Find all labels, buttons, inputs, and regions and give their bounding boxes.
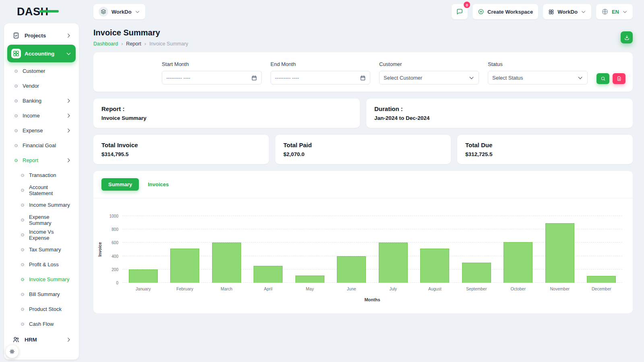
dot-icon <box>20 292 25 297</box>
invoice-bar[interactable] <box>504 242 533 283</box>
breadcrumb-dashboard-link[interactable]: Dashboard <box>93 41 118 47</box>
sidebar-item-label: Transaction <box>29 172 56 178</box>
invoice-bar[interactable] <box>545 223 574 283</box>
invoice-bar[interactable] <box>212 243 241 283</box>
sidebar-item-account-statement[interactable]: Account Statement <box>7 183 76 197</box>
topbar-actions: 0 Create Workspace WorkDo EN <box>452 4 633 19</box>
chat-icon <box>456 8 463 15</box>
sidebar-item-expense[interactable]: Expense <box>7 123 76 138</box>
tab-summary[interactable]: Summary <box>101 178 139 191</box>
customer-select[interactable]: Select Customer <box>379 71 479 84</box>
sidebar-item-projects[interactable]: Projects <box>7 27 76 43</box>
status-field: Status Select Status <box>488 61 588 84</box>
dot-icon <box>14 128 19 133</box>
page-content: Start Month --------- ---- End Month ---… <box>93 52 633 313</box>
create-workspace-label: Create Workspace <box>487 9 533 15</box>
total-card-label: Total Paid <box>283 142 443 148</box>
sidebar-nav: ProjectsAccountingCustomerVendorBankingI… <box>4 23 79 360</box>
sidebar-item-expense-summary[interactable]: Expense Summary <box>7 212 76 227</box>
language-label: EN <box>612 9 619 15</box>
y-tick-label: 400 <box>111 254 118 258</box>
messages-button[interactable]: 0 <box>452 4 468 19</box>
dot-icon <box>20 277 25 282</box>
invoice-bar[interactable] <box>170 249 199 283</box>
sidebar-item-banking[interactable]: Banking <box>7 93 76 108</box>
users-icon <box>11 335 21 344</box>
start-month-placeholder: --------- ---- <box>166 75 190 81</box>
dot-icon <box>20 322 25 327</box>
create-workspace-button[interactable]: Create Workspace <box>473 4 538 19</box>
invoice-bar[interactable] <box>254 266 283 283</box>
sidebar-item-product-stock[interactable]: Product Stock <box>7 302 76 317</box>
workspace-switcher[interactable]: WorkDo <box>93 4 145 19</box>
language-selector[interactable]: EN <box>596 4 633 19</box>
bar-column <box>372 243 414 283</box>
search-button[interactable] <box>597 73 609 84</box>
bar-column <box>289 276 331 283</box>
sidebar-item-income-vs-expense[interactable]: Income Vs Expense <box>7 227 76 242</box>
bar-column <box>414 249 456 283</box>
chevron-down-icon <box>577 75 583 81</box>
x-tick-label: March <box>206 286 248 291</box>
plus-circle-icon <box>478 8 484 15</box>
invoice-bar[interactable] <box>337 256 366 283</box>
sidebar-item-profit-loss[interactable]: Profit & Loss <box>7 257 76 272</box>
sidebar-item-cash-flow[interactable]: Cash Flow <box>7 317 76 331</box>
sidebar-item-customer[interactable]: Customer <box>7 64 76 78</box>
start-month-input[interactable]: --------- ---- <box>162 71 262 84</box>
sidebar-item-label: Expense <box>23 128 43 134</box>
reset-button[interactable] <box>613 73 625 84</box>
app-logo[interactable]: DASH <box>0 0 84 23</box>
sidebar-item-financial-goal[interactable]: Financial Goal <box>7 138 76 153</box>
x-tick-label: May <box>289 286 331 291</box>
invoice-bar[interactable] <box>295 276 324 283</box>
sidebar-item-label: Product Stock <box>29 306 62 312</box>
sidebar-item-bill-summary[interactable]: Bill Summary <box>7 287 76 302</box>
total-card-value: $2,070.0 <box>283 151 443 157</box>
invoice-bar[interactable] <box>587 276 616 283</box>
invoice-bar[interactable] <box>129 269 158 283</box>
sidebar-item-label: Income Vs Expense <box>29 229 72 241</box>
sidebar-item-accounting[interactable]: Accounting <box>7 45 76 62</box>
chevron-down-icon <box>581 9 586 14</box>
bar-column <box>581 276 623 283</box>
sidebar-item-invoice-summary[interactable]: Invoice Summary <box>7 272 76 287</box>
sidebar-item-hrm[interactable]: HRM <box>7 331 76 348</box>
calendar-icon <box>251 75 257 81</box>
status-select[interactable]: Select Status <box>488 71 588 84</box>
sidebar-item-income[interactable]: Income <box>7 108 76 123</box>
invoice-bar[interactable] <box>420 249 449 283</box>
dot-icon <box>14 99 19 103</box>
x-tick-label: November <box>539 286 581 291</box>
x-tick-label: January <box>122 286 164 291</box>
chevron-right-icon <box>66 33 72 39</box>
bar-column <box>497 242 539 283</box>
end-month-input[interactable]: --------- ---- <box>270 71 370 84</box>
bar-column <box>206 243 248 283</box>
chevron-right-icon <box>66 337 72 343</box>
clipboard-icon <box>11 31 21 40</box>
bar-column <box>248 266 289 283</box>
sidebar-item-report[interactable]: Report <box>7 153 76 168</box>
dot-icon <box>20 247 25 252</box>
grid-icon <box>11 49 21 58</box>
download-button[interactable] <box>621 31 633 43</box>
settings-fab[interactable] <box>6 345 19 358</box>
sidebar-item-label: Financial Goal <box>23 142 56 148</box>
duration-card-label: Duration : <box>374 105 625 112</box>
invoice-bar[interactable] <box>462 263 491 283</box>
chevron-right-icon <box>66 98 72 104</box>
breadcrumb-report[interactable]: Report <box>126 41 141 47</box>
end-month-label: End Month <box>270 61 370 67</box>
gear-icon <box>9 348 15 355</box>
invoice-bar[interactable] <box>379 243 408 283</box>
sidebar-item-income-summary[interactable]: Income Summary <box>7 197 76 212</box>
workdo-menu-button[interactable]: WorkDo <box>543 4 591 19</box>
sidebar-item-transaction[interactable]: Transaction <box>7 168 76 183</box>
report-card-label: Report : <box>101 105 352 112</box>
messages-badge: 0 <box>464 2 470 8</box>
sidebar-item-tax-summary[interactable]: Tax Summary <box>7 242 76 257</box>
total-card-label: Total Invoice <box>101 142 261 148</box>
sidebar-item-vendor[interactable]: Vendor <box>7 78 76 93</box>
tab-invoices[interactable]: Invoices <box>145 181 171 188</box>
